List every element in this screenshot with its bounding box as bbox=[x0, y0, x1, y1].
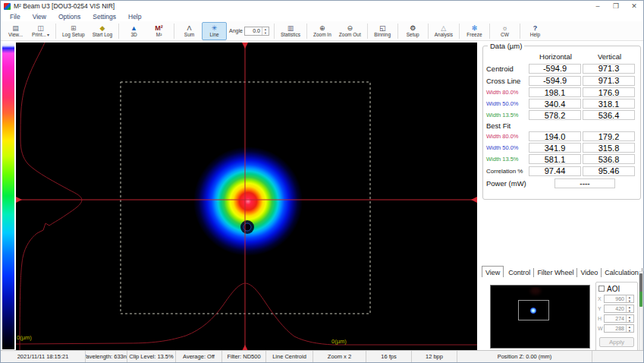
analysis-icon: △ bbox=[441, 24, 446, 32]
toolbar-button-zoom-out[interactable]: ⊖ Zoom Out bbox=[335, 22, 365, 40]
maximize-button[interactable]: ❐ bbox=[607, 1, 625, 11]
aoi-checkbox[interactable] bbox=[598, 286, 605, 292]
correlation-vertical-value: 95.46 bbox=[583, 166, 635, 176]
toolbar: ▤ View... ◫ Print...▾ ⊞ Log Setup ◆ Star… bbox=[1, 21, 643, 41]
menu-file[interactable]: File bbox=[4, 13, 27, 21]
cw-icon: ☼ bbox=[501, 24, 507, 32]
toolbar-separator bbox=[459, 24, 460, 39]
menu-bar: File View Options Settings Help bbox=[1, 11, 643, 21]
menu-help[interactable]: Help bbox=[122, 13, 147, 21]
tab-video[interactable]: Video bbox=[577, 268, 602, 277]
width80-vertical-value: 176.9 bbox=[583, 87, 635, 97]
aoi-x-value: 960 bbox=[605, 295, 626, 302]
bf-width135-horizontal-value: 581.1 bbox=[529, 154, 581, 164]
view-icon: ▤ bbox=[12, 24, 19, 32]
aoi-field-w: W 288 ▴▾ bbox=[598, 324, 636, 333]
toolbar-button-setup[interactable]: ⚙ Setup bbox=[401, 22, 426, 40]
toolbar-button-print[interactable]: ◫ Print...▾ bbox=[28, 22, 53, 40]
line-icon: ✳ bbox=[212, 24, 218, 32]
close-button[interactable]: ✕ bbox=[625, 1, 643, 11]
beam-spot bbox=[193, 147, 303, 256]
app-icon bbox=[4, 3, 11, 10]
data-groupbox-title: Data (µm) bbox=[488, 42, 524, 50]
toolbar-button-help[interactable]: ? Help bbox=[523, 22, 548, 40]
beam-display[interactable]: 0(µm) 0(µm) bbox=[16, 43, 477, 351]
toolbar-button-freeze[interactable]: ✻ Freeze bbox=[462, 22, 487, 40]
right-panel: Data (µm) Horizontal Vertical Centroid -… bbox=[480, 41, 644, 352]
m2-icon: M² bbox=[155, 24, 163, 32]
column-header-vertical: Vertical bbox=[583, 52, 636, 62]
toolbar-separator bbox=[55, 24, 56, 39]
toolbar-separator bbox=[489, 24, 490, 39]
zoom-in-icon: ⊕ bbox=[319, 24, 325, 32]
best-fit-subheader: Best Fit bbox=[485, 121, 639, 131]
toolbar-button-cw[interactable]: ☼ CW bbox=[492, 22, 517, 40]
aoi-y-value: 420 bbox=[605, 305, 626, 312]
aoi-label: AOI bbox=[607, 285, 620, 293]
horizontal-profile-curve bbox=[16, 283, 477, 345]
toolbar-button-view[interactable]: ▤ View... bbox=[3, 22, 28, 40]
status-line-centroid: Line Centroid bbox=[266, 351, 313, 362]
camera-preview[interactable] bbox=[490, 285, 590, 349]
status-fps: 16 fps bbox=[366, 351, 412, 362]
toolbar-button-analysis[interactable]: △ Analysis bbox=[431, 22, 457, 40]
correlation-horizontal-value: 97.44 bbox=[529, 166, 581, 176]
side-tab-strip: View Control Filter Wheel Video Calculat… bbox=[482, 264, 643, 277]
tab-filter-wheel[interactable]: Filter Wheel bbox=[534, 268, 577, 277]
status-bar: 2021/11/11 18:15:21 Wavelength: 633nm Cl… bbox=[1, 350, 643, 362]
width50-horizontal-value: 340.4 bbox=[529, 99, 581, 109]
spin-down-icon: ▾ bbox=[627, 329, 633, 333]
status-clip-level: Clip Level: 13.5% bbox=[127, 351, 176, 362]
level-slider-thumb[interactable] bbox=[639, 273, 642, 307]
aoi-y-spinner[interactable]: 420 ▴▾ bbox=[604, 305, 634, 313]
3d-icon: ▲ bbox=[130, 24, 137, 32]
menu-options[interactable]: Options bbox=[52, 13, 86, 21]
toolbar-button-statistics[interactable]: ▥ Statistics bbox=[277, 22, 304, 40]
zoom-out-icon: ⊖ bbox=[347, 24, 353, 32]
tab-calculation[interactable]: Calculation bbox=[602, 268, 642, 277]
toolbar-button-m2[interactable]: M² M² bbox=[146, 22, 171, 40]
toolbar-button-zoom-in[interactable]: ⊕ Zoom In bbox=[309, 22, 335, 40]
angle-down-icon: ▾ bbox=[262, 31, 269, 35]
level-slider[interactable] bbox=[639, 271, 643, 363]
toolbar-button-start-log[interactable]: ◆ Start Log bbox=[89, 22, 116, 40]
toolbar-button-binning[interactable]: ◱ Binning bbox=[370, 22, 395, 40]
aoi-apply-button[interactable]: Apply bbox=[599, 337, 634, 347]
table-row: Width 80.0% 194.0 179.2 bbox=[485, 131, 639, 142]
data-groupbox: Data (µm) Horizontal Vertical Centroid -… bbox=[482, 46, 641, 200]
bf-width50-horizontal-value: 341.9 bbox=[529, 143, 581, 153]
table-row: Cross Line -594.9 971.3 bbox=[485, 74, 639, 87]
aoi-w-spinner[interactable]: 288 ▴▾ bbox=[604, 324, 634, 333]
window-title: M² Beam U3 [DOU3-0254 VIS NIR] bbox=[14, 2, 115, 10]
bf-width50-vertical-value: 315.8 bbox=[583, 143, 635, 153]
table-row: Width 13.5% 578.2 536.4 bbox=[485, 109, 639, 121]
binning-icon: ◱ bbox=[379, 24, 386, 32]
toolbar-separator bbox=[367, 24, 368, 39]
toolbar-button-sum[interactable]: Λ Sum bbox=[177, 22, 202, 40]
aoi-w-value: 288 bbox=[605, 325, 626, 332]
tab-control[interactable]: Control bbox=[505, 268, 534, 277]
angle-spinner[interactable]: 0.0 ▴ ▾ bbox=[244, 27, 269, 36]
width50-vertical-value: 318.1 bbox=[583, 99, 635, 109]
minimize-button[interactable]: – bbox=[589, 1, 607, 11]
spin-down-icon: ▾ bbox=[627, 299, 633, 303]
toolbar-button-line[interactable]: ✳ Line bbox=[202, 22, 227, 40]
title-bar: M² Beam U3 [DOU3-0254 VIS NIR] – ❐ ✕ bbox=[1, 1, 643, 11]
menu-view[interactable]: View bbox=[27, 13, 52, 21]
toolbar-button-log-setup[interactable]: ⊞ Log Setup bbox=[58, 22, 89, 40]
aoi-h-spinner[interactable]: 274 ▴▾ bbox=[604, 314, 634, 323]
aoi-x-spinner[interactable]: 960 ▴▾ bbox=[604, 295, 634, 303]
table-row: Width 50.0% 340.4 318.1 bbox=[485, 98, 639, 109]
toolbar-button-3d[interactable]: ▲ 3D bbox=[121, 22, 146, 40]
main-area: 0(µm) 0(µm) Data (µm) Horizontal Vertica… bbox=[1, 41, 643, 352]
menu-settings[interactable]: Settings bbox=[86, 13, 122, 21]
toolbar-separator bbox=[118, 24, 119, 39]
v-axis-zero-label: 0(µm) bbox=[17, 334, 32, 341]
status-position-z: Position Z: 0.00 (mm) bbox=[457, 351, 592, 362]
freeze-icon: ✻ bbox=[472, 24, 478, 32]
width80-horizontal-value: 198.1 bbox=[529, 87, 581, 97]
tab-view[interactable]: View bbox=[482, 266, 504, 277]
angle-control: Angle 0.0 ▴ ▾ bbox=[229, 27, 269, 36]
crosshair-right-marker bbox=[471, 197, 477, 203]
power-value: ---- bbox=[554, 178, 615, 188]
